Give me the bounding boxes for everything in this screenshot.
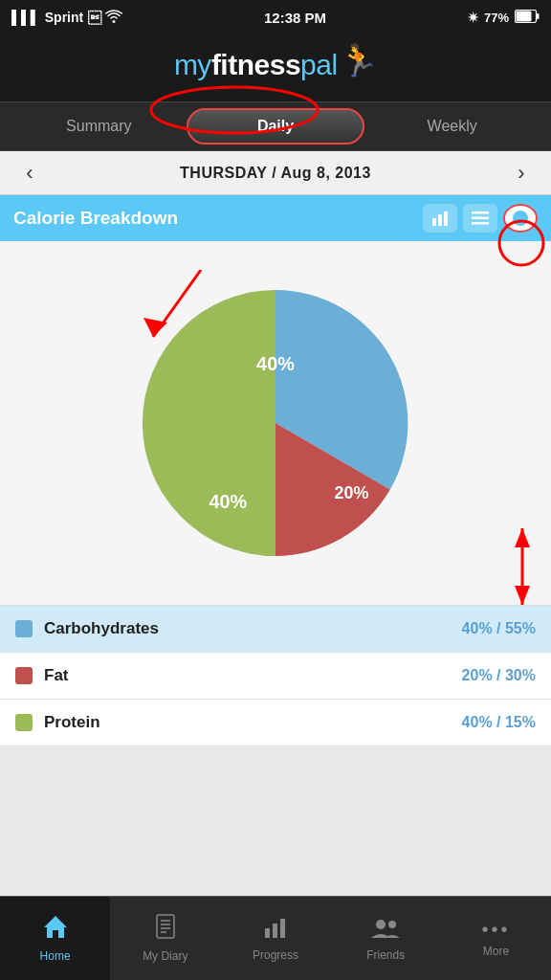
protein-color bbox=[15, 714, 33, 731]
fat-value: 20% / 30% bbox=[462, 667, 536, 684]
view-icons bbox=[423, 204, 538, 233]
battery-icon bbox=[515, 10, 540, 26]
svg-rect-8 bbox=[472, 217, 489, 220]
date-navigation: ‹ THURSDAY / Aug 8, 2013 › bbox=[0, 151, 551, 195]
status-bar: ▌▌▌ Sprint  12:38 PM ✷ 77% bbox=[0, 0, 551, 34]
protein-value: 40% / 15% bbox=[462, 714, 536, 731]
diary-label: My Diary bbox=[143, 949, 187, 963]
bluetooth-icon: ✷ bbox=[468, 11, 478, 25]
svg-marker-16 bbox=[515, 528, 530, 547]
home-icon bbox=[42, 914, 69, 946]
svg-text:20%: 20% bbox=[335, 483, 369, 502]
status-time: 12:38 PM bbox=[264, 10, 326, 26]
carbohydrates-color bbox=[15, 620, 33, 637]
svg-rect-19 bbox=[157, 915, 174, 938]
friends-label: Friends bbox=[366, 948, 405, 962]
tab-daily[interactable]: Daily bbox=[187, 108, 365, 145]
app-logo: myfitnesspal🏃 bbox=[174, 46, 377, 82]
svg-rect-25 bbox=[273, 924, 277, 938]
more-icon: ••• bbox=[481, 919, 510, 941]
battery-percent: 77% bbox=[484, 11, 509, 25]
svg-point-28 bbox=[388, 921, 396, 928]
logo-fitness: fitness bbox=[211, 49, 300, 80]
bottom-nav-home[interactable]: Home bbox=[0, 897, 110, 980]
bottom-navigation: Home My Diary Progress bbox=[0, 896, 551, 980]
bar-chart-view-button[interactable] bbox=[423, 204, 457, 233]
signal-icon: ▌▌▌ bbox=[11, 10, 40, 25]
svg-rect-24 bbox=[265, 928, 270, 938]
logo-my: my bbox=[174, 49, 211, 80]
app-header: myfitnesspal🏃 bbox=[0, 34, 551, 101]
diary-icon bbox=[155, 914, 176, 946]
svg-rect-26 bbox=[280, 919, 285, 938]
wifi-icon:  bbox=[88, 10, 122, 26]
svg-rect-6 bbox=[444, 212, 448, 226]
progress-label: Progress bbox=[253, 948, 298, 962]
prev-date-button[interactable]: ‹ bbox=[15, 161, 44, 186]
bottom-nav-progress[interactable]: Progress bbox=[220, 897, 330, 980]
legend-protein: Protein 40% / 15% bbox=[0, 700, 551, 746]
legend-carbohydrates: Carbohydrates 40% / 55% bbox=[0, 606, 551, 653]
carbohydrates-value: 40% / 55% bbox=[462, 620, 536, 637]
protein-label: Protein bbox=[44, 713, 462, 732]
list-view-button[interactable] bbox=[463, 204, 497, 233]
svg-rect-2 bbox=[537, 13, 540, 19]
logo-pal: pal bbox=[300, 49, 338, 80]
calorie-breakdown-header: Calorie Breakdown bbox=[0, 195, 551, 241]
carbohydrates-label: Carbohydrates bbox=[44, 619, 462, 638]
section-title: Calorie Breakdown bbox=[13, 208, 413, 229]
svg-text:40%: 40% bbox=[209, 491, 247, 512]
bottom-nav-more[interactable]: ••• More bbox=[441, 897, 551, 980]
legend-table: Carbohydrates 40% / 55% Fat 20% / 30% Pr… bbox=[0, 605, 551, 746]
svg-marker-18 bbox=[44, 916, 67, 938]
status-battery-area: ✷ 77% bbox=[468, 10, 540, 26]
bottom-nav-friends[interactable]: Friends bbox=[331, 897, 441, 980]
logo-figure: 🏃 bbox=[336, 39, 379, 81]
more-label: More bbox=[483, 945, 509, 958]
tab-summary[interactable]: Summary bbox=[11, 108, 187, 145]
svg-point-27 bbox=[376, 920, 386, 929]
annotation-arrow-up bbox=[503, 519, 541, 614]
status-carrier: ▌▌▌ Sprint  bbox=[11, 10, 122, 26]
nav-tabs: Summary Daily Weekly bbox=[0, 101, 551, 151]
svg-rect-7 bbox=[472, 212, 489, 214]
chart-area: 40% 20% 40% bbox=[0, 241, 551, 605]
svg-rect-3 bbox=[517, 11, 532, 21]
svg-rect-9 bbox=[472, 222, 489, 225]
svg-text:40%: 40% bbox=[256, 353, 295, 374]
svg-point-0 bbox=[113, 20, 116, 23]
svg-rect-4 bbox=[432, 218, 436, 226]
tab-weekly[interactable]: Weekly bbox=[364, 108, 540, 145]
current-date: THURSDAY / Aug 8, 2013 bbox=[180, 165, 371, 182]
next-date-button[interactable]: › bbox=[507, 161, 536, 186]
fat-label: Fat bbox=[44, 666, 462, 685]
bottom-nav-diary[interactable]: My Diary bbox=[110, 897, 220, 980]
carrier-name: Sprint bbox=[45, 10, 83, 25]
svg-rect-5 bbox=[438, 214, 442, 226]
home-label: Home bbox=[40, 949, 71, 963]
svg-marker-17 bbox=[515, 586, 530, 605]
fat-color bbox=[15, 667, 33, 684]
progress-icon bbox=[263, 915, 288, 945]
pie-chart: 40% 20% 40% bbox=[132, 279, 419, 567]
pie-chart-view-button[interactable] bbox=[503, 204, 538, 233]
friends-icon bbox=[371, 915, 400, 945]
legend-fat: Fat 20% / 30% bbox=[0, 653, 551, 700]
